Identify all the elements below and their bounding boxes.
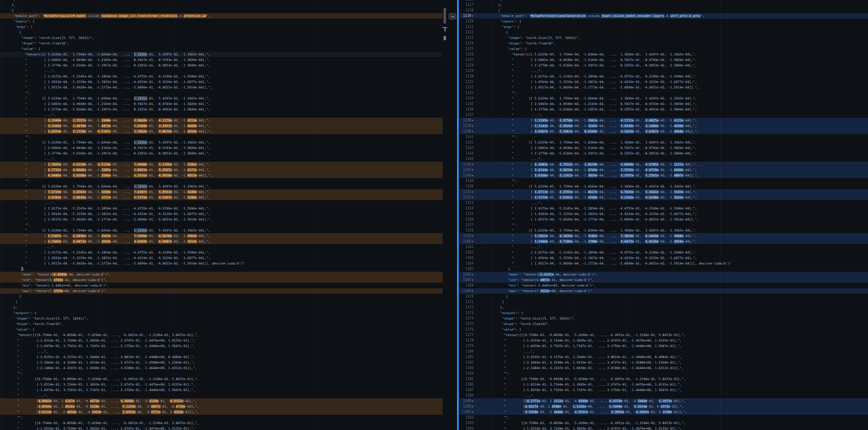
code-line[interactable]: "max": "tensor(7.6793e+00, device='cuda:… (0, 288, 443, 294)
code-line[interactable]: 1174 "shape": "torch.Size([5, 577, 1024]… (459, 316, 868, 321)
code-line[interactable]: 1137 " ...,", (459, 112, 868, 118)
code-line[interactable]: ] (0, 299, 443, 305)
code-line[interactable]: 1147+ " [ 2.0144e-04, -3.0659e-04, -1.07… (459, 167, 868, 173)
code-line[interactable]: 1179 " [-1.6970e-01, 3.7565e-01, 1.7107e… (459, 343, 868, 349)
code-line[interactable]: 1129 " ...,", (459, 68, 868, 74)
code-line[interactable]: 1168 "min": "tensor(-1.0401e+01, device=… (459, 283, 868, 288)
code-line[interactable]: " [-1.6970e-01, 3.7565e-01, 1.7107e-01, … (0, 387, 443, 393)
code-line[interactable]: } (0, 294, 443, 299)
original-code[interactable]: } }, { "module_path": "MolmoForCausalLM.… (0, 0, 443, 430)
code-line[interactable]: "", (0, 90, 443, 96)
code-line[interactable]: 1123 "shape": "torch.Size([5, 577, 1024]… (459, 35, 868, 41)
code-line[interactable]: 1156 " [ 1.9517e-04, -5.0920e-04, -1.177… (459, 217, 868, 222)
code-line[interactable]: " [ 1.9517e-04, -5.0920e-04, -1.1773e-04… (0, 85, 443, 90)
code-line[interactable]: 1183 " [-2.1484e-01, 4.2247e-01, 1.6030e… (459, 365, 868, 371)
code-line[interactable]: 1133 "", (459, 90, 868, 96)
copy-change-arrow-button[interactable]: → (449, 13, 456, 19)
code-line[interactable]: " [ 2.2770e-04, -5.0160e-04, -1.1957e-04… (0, 107, 443, 112)
code-line[interactable]: " [8.8962e-03, 1.6167e-01, -9.4473e-02, … (0, 398, 443, 404)
code-line[interactable]: 1134 " [[ 5.6229e-05, 1.7594e-04, -1.026… (459, 96, 868, 101)
code-line[interactable]: 1122 { (459, 30, 868, 35)
code-line[interactable]: 1132 " [ 1.9517e-04, -5.0920e-04, -1.177… (459, 85, 868, 90)
code-line[interactable]: "outputs": { (0, 310, 443, 316)
code-line[interactable]: " [ 2.0172e-04, -5.2145e-04, -1.1854e-04… (0, 74, 443, 79)
code-line[interactable]: 1143 " [ 2.6065e-04, -4.9938e-04, -1.210… (459, 145, 868, 151)
code-line[interactable]: " [ 6.7732e-04, -3.8406e-04, -1.2285e-04… (0, 167, 443, 173)
code-line[interactable]: " [ 1.9517e-04, -5.0920e-04, -1.1773e-04… (0, 217, 443, 222)
code-line[interactable]: 1155 " [ 1.9563e-04, -5.3159e-04, -1.181… (459, 211, 868, 217)
code-line[interactable]: "", (0, 222, 443, 228)
code-line[interactable]: " [ 2.0172e-04, -5.2145e-04, -1.1854e-04… (0, 250, 443, 255)
code-line[interactable]: "", (0, 415, 443, 420)
code-line[interactable]: " ...,", (0, 68, 443, 74)
code-line[interactable]: "", (0, 134, 443, 140)
code-line[interactable]: 1172 }, (459, 305, 868, 310)
code-line[interactable]: " [1.8596e-01, 1.0626e-01, -9.5128e-01, … (0, 404, 443, 409)
code-line[interactable]: " [-1.6514e-01, 3.7244e-01, 1.3693e-01, … (0, 426, 443, 430)
code-line[interactable]: "shape": "torch.Size([5, 577, 1024])", (0, 316, 443, 321)
code-line[interactable]: " [-1.6970e-01, 3.7565e-01, 1.7107e-01, … (0, 343, 443, 349)
code-line[interactable]: 1190+ " [8.8227e-02, 1.4588e-01, -1.1326… (459, 404, 868, 409)
code-line[interactable]: " ...,", (0, 244, 443, 250)
code-line[interactable]: 1182 " [-2.2064e-01, 4.3248e-01, 1.4310e… (459, 360, 868, 365)
code-line[interactable]: " [ 5.8354e-05, -2.1720e-04, -8.5187e-05… (0, 129, 443, 134)
code-line[interactable]: " ...,", (0, 112, 443, 118)
code-line[interactable]: 1121 "args": [ (459, 24, 868, 30)
code-line[interactable]: 1165 ], (459, 266, 868, 272)
code-line[interactable]: 1135 " [ 2.6065e-04, -4.9938e-04, -1.210… (459, 101, 868, 107)
code-line[interactable]: 1157 "", (459, 222, 868, 228)
code-line[interactable]: 1140+ " [ 3.6567e-04, -2.3361e-04, -8.65… (459, 129, 868, 134)
code-line[interactable]: "dtype": "torch.float32", (0, 41, 443, 46)
code-line[interactable]: " [ 1.1902e-03, -3.9472e-04, -1.1693e-04… (0, 239, 443, 244)
modified-code[interactable]: 1116 }1117 },1118 {1119+ "module_path": … (459, 0, 868, 430)
code-line[interactable]: " ...,", (0, 200, 443, 206)
code-line[interactable]: 1181 " [-2.0195e-01, 4.1576e-01, 1.2600e… (459, 354, 868, 360)
code-line[interactable]: " [ 2.6065e-04, -4.9938e-04, -1.2103e-04… (0, 145, 443, 151)
code-line[interactable]: "tensor([[[ 5.6229e-05, 1.7594e-04, -1.0… (0, 52, 443, 57)
code-line[interactable]: }, (0, 305, 443, 310)
code-line[interactable]: 1144 " [ 2.2770e-04, -5.0160e-04, -1.195… (459, 151, 868, 156)
modified-pane[interactable]: 1116 }1117 },1118 {1119+ "module_path": … (459, 0, 868, 430)
code-line[interactable]: 1124 "dtype": "torch.float32", (459, 41, 868, 46)
code-line[interactable]: 1176 "value": [ (459, 327, 868, 332)
code-line[interactable]: 1162 " [ 2.0172e-04, -5.2145e-04, -1.185… (459, 250, 868, 255)
code-line[interactable]: 1159+ " [ 5.5822e-04, -4.1839e-04, -1.31… (459, 233, 868, 239)
code-line[interactable]: 1118 { (459, 8, 868, 13)
code-line[interactable]: 1145 " ...,", (459, 156, 868, 162)
code-line[interactable]: " [ 2.6065e-04, -4.9938e-04, -1.2103e-04… (0, 101, 443, 107)
code-line[interactable]: 1130 " [ 2.0172e-04, -5.2145e-04, -1.185… (459, 74, 868, 79)
code-line[interactable]: " [ 1.9517e-04, -5.0920e-04, -1.1773e-04… (0, 261, 443, 266)
code-line[interactable]: " ...,", (0, 156, 443, 162)
code-line[interactable]: 1164 " [ 1.9517e-04, -5.0920e-04, -1.177… (459, 261, 868, 266)
code-line[interactable]: 1131 " [ 1.9563e-04, -5.3159e-04, -1.181… (459, 79, 868, 85)
code-line[interactable]: 1149 "", (459, 178, 868, 184)
code-line[interactable]: 1125 "value": [ (459, 46, 868, 52)
code-line[interactable]: "", (0, 178, 443, 184)
code-line[interactable]: 1136 " [ 2.2770e-04, -5.0160e-04, -1.195… (459, 107, 868, 112)
code-line[interactable]: 1191+ " [3.3358e-01, -2.3640e-01, -6.953… (459, 409, 868, 415)
code-line[interactable]: 1177 "tensor([[[9.7590e-01, -9.8958e-01,… (459, 332, 868, 338)
code-line[interactable]: 1163 " [ 1.9563e-04, -5.3159e-04, -1.181… (459, 255, 868, 261)
code-line[interactable]: "mean": "tensor(-4.4089e-04, device='cud… (0, 272, 443, 277)
code-line[interactable]: " [ 5.5307e-04, -4.3836e-04, -1.2933e-04… (0, 233, 443, 239)
code-line[interactable]: 1166+ "mean": "tensor(-2.6291e-04, devic… (459, 272, 868, 277)
code-line[interactable]: " [3.9113e-01, -2.6654e-01, -4.1913e-01,… (0, 409, 443, 415)
left-scrollbar[interactable] (442, 0, 448, 430)
code-line[interactable]: "module_path": "MolmoForCausalLM.model.v… (0, 13, 443, 19)
code-line[interactable]: 1119+ "module_path": "MolmoForConditiona… (459, 13, 868, 19)
code-line[interactable]: { (0, 8, 443, 13)
code-line[interactable]: "inputs": { (0, 19, 443, 24)
code-line[interactable]: 1120 "inputs": { (459, 19, 868, 24)
code-line[interactable]: 1171 ] (459, 299, 868, 305)
code-line[interactable]: 1152+ " [-2.5579e-05, -2.6391e-04, -1.65… (459, 195, 868, 200)
code-line[interactable]: " ...,", (0, 349, 443, 354)
scrollbar-thumb[interactable] (444, 8, 446, 24)
code-line[interactable]: 1141 "", (459, 134, 868, 140)
code-line[interactable]: 1193 " [[9.7590e-01, -9.8958e-01, -5.629… (459, 420, 868, 426)
code-line[interactable]: 1153 " ...,", (459, 200, 868, 206)
code-line[interactable]: " [-2.1443e-04, -2.4878e-04, -1.4473e-04… (0, 123, 443, 129)
code-line[interactable]: 1151+ " [-1.0713e-03, -3.3555e-04, -1.86… (459, 189, 868, 195)
code-line[interactable]: 1154 " [ 2.0172e-04, -5.2145e-04, -1.185… (459, 206, 868, 211)
code-line[interactable]: 1117 }, (459, 2, 868, 8)
code-line[interactable]: " [[ 5.6229e-05, 1.7594e-04, -1.0264e-04… (0, 184, 443, 189)
